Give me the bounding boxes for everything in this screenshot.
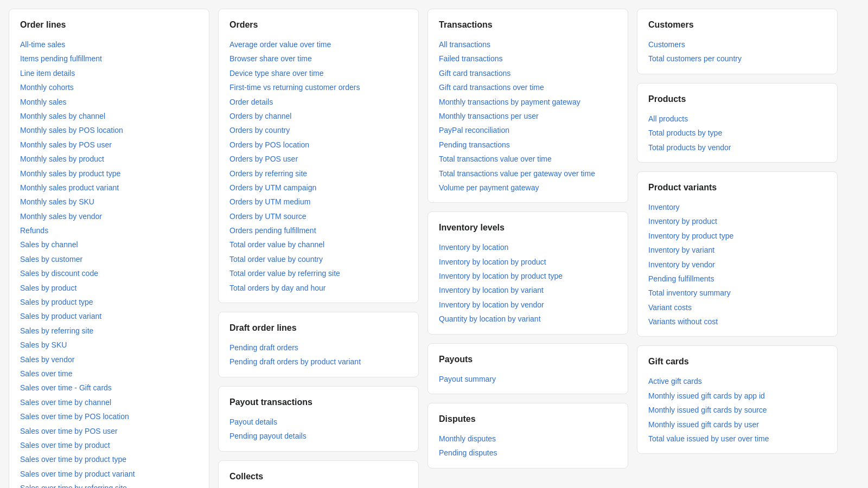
link-item[interactable]: Monthly sales by product type	[20, 168, 198, 179]
link-item[interactable]: Total customers per country	[648, 53, 826, 65]
link-item[interactable]: Sales by channel	[20, 239, 198, 251]
card-gift-cards: Gift cardsActive gift cardsMonthly issue…	[637, 345, 838, 454]
link-item[interactable]: Monthly issued gift cards by source	[648, 404, 826, 416]
link-item[interactable]: Payout summary	[439, 373, 617, 385]
card-title-payout-transactions: Payout transactions	[229, 397, 407, 407]
link-item[interactable]: Volume per payment gateway	[439, 182, 617, 194]
link-item[interactable]: Monthly sales by SKU	[20, 196, 198, 208]
link-item[interactable]: Monthly sales	[20, 96, 198, 108]
link-item[interactable]: Monthly sales product variant	[20, 182, 198, 194]
link-item[interactable]: Pending disputes	[439, 447, 617, 459]
link-item[interactable]: Total products by type	[648, 127, 826, 139]
link-item[interactable]: All transactions	[439, 38, 617, 50]
link-item[interactable]: Sales by SKU	[20, 339, 198, 351]
column-col3: TransactionsAll transactionsFailed trans…	[427, 9, 628, 488]
link-item[interactable]: Total transactions value over time	[439, 153, 617, 165]
link-item[interactable]: Sales by product variant	[20, 310, 198, 322]
link-item[interactable]: Monthly transactions per user	[439, 110, 617, 122]
link-item[interactable]: Monthly transactions by payment gateway	[439, 96, 617, 108]
link-item[interactable]: Variant costs	[648, 301, 826, 313]
link-item[interactable]: Sales over time by POS location	[20, 410, 198, 422]
link-item[interactable]: Refunds	[20, 224, 198, 236]
link-item[interactable]: Inventory by vendor	[648, 259, 826, 271]
link-item[interactable]: Monthly sales by vendor	[20, 210, 198, 222]
link-item[interactable]: Payout details	[229, 416, 407, 428]
link-item[interactable]: Pending payout details	[229, 430, 407, 442]
card-collects: Collects	[218, 460, 419, 488]
link-item[interactable]: Monthly issued gift cards by user	[648, 419, 826, 431]
card-title-product-variants: Product variants	[648, 183, 826, 192]
link-item[interactable]: Orders pending fulfillment	[229, 224, 407, 236]
link-item[interactable]: Sales by product type	[20, 296, 198, 308]
link-item[interactable]: Orders by UTM campaign	[229, 182, 407, 194]
link-item[interactable]: PayPal reconciliation	[439, 124, 617, 136]
link-item[interactable]: Total order value by channel	[229, 239, 407, 251]
link-item[interactable]: Inventory by product type	[648, 230, 826, 242]
link-item[interactable]: Total inventory summary	[648, 287, 826, 299]
link-item[interactable]: Line item details	[20, 67, 198, 79]
link-item[interactable]: Monthly cohorts	[20, 81, 198, 93]
link-item[interactable]: Pending draft orders by product variant	[229, 356, 407, 368]
link-item[interactable]: Inventory by product	[648, 215, 826, 227]
link-item[interactable]: Items pending fulfillment	[20, 53, 198, 65]
link-item[interactable]: Sales over time	[20, 368, 198, 380]
link-item[interactable]: Sales over time by channel	[20, 396, 198, 408]
link-item[interactable]: Browser share over time	[229, 53, 407, 65]
link-item[interactable]: Failed transactions	[439, 53, 617, 65]
link-item[interactable]: Monthly sales by product	[20, 153, 198, 165]
link-item[interactable]: Total order value by referring site	[229, 267, 407, 279]
link-item[interactable]: Total transactions value per gateway ove…	[439, 168, 617, 179]
link-item[interactable]: Inventory by location by product	[439, 256, 617, 268]
link-item[interactable]: Total orders by day and hour	[229, 282, 407, 294]
link-item[interactable]: Sales over time by product variant	[20, 468, 198, 480]
link-item[interactable]: Inventory by location by variant	[439, 284, 617, 296]
link-item[interactable]: Device type share over time	[229, 67, 407, 79]
link-item[interactable]: Sales over time - Gift cards	[20, 382, 198, 394]
link-item[interactable]: Monthly issued gift cards by app id	[648, 390, 826, 402]
link-item[interactable]: Orders by POS location	[229, 139, 407, 151]
link-item[interactable]: All products	[648, 113, 826, 125]
link-item[interactable]: Customers	[648, 38, 826, 50]
link-item[interactable]: Pending fulfillments	[648, 273, 826, 285]
link-item[interactable]: Pending transactions	[439, 139, 617, 151]
link-item[interactable]: Inventory by variant	[648, 244, 826, 256]
link-item[interactable]: Active gift cards	[648, 375, 826, 387]
link-item[interactable]: Inventory by location by product type	[439, 270, 617, 282]
card-product-variants: Product variantsInventoryInventory by pr…	[637, 171, 838, 337]
link-item[interactable]: First-time vs returning customer orders	[229, 81, 407, 93]
link-item[interactable]: Orders by referring site	[229, 168, 407, 179]
link-item[interactable]: Orders by channel	[229, 110, 407, 122]
link-item[interactable]: Sales by referring site	[20, 325, 198, 337]
link-item[interactable]: Inventory	[648, 201, 826, 213]
link-item[interactable]: All-time sales	[20, 38, 198, 50]
link-item[interactable]: Monthly sales by POS location	[20, 124, 198, 136]
link-item[interactable]: Total products by vendor	[648, 142, 826, 153]
link-item[interactable]: Inventory by location by vendor	[439, 299, 617, 311]
link-item[interactable]: Sales over time by product	[20, 439, 198, 451]
link-list-disputes: Monthly disputesPending disputes	[439, 433, 617, 459]
link-item[interactable]: Sales by discount code	[20, 267, 198, 279]
link-item[interactable]: Orders by country	[229, 124, 407, 136]
link-item[interactable]: Orders by UTM medium	[229, 196, 407, 208]
link-item[interactable]: Inventory by location	[439, 241, 617, 253]
link-item[interactable]: Total order value by country	[229, 253, 407, 265]
link-item[interactable]: Sales by vendor	[20, 354, 198, 365]
link-item[interactable]: Order details	[229, 96, 407, 108]
link-item[interactable]: Sales by customer	[20, 253, 198, 265]
link-item[interactable]: Pending draft orders	[229, 342, 407, 354]
link-item[interactable]: Sales over time by referring site	[20, 482, 198, 488]
link-item[interactable]: Sales over time by product type	[20, 453, 198, 465]
link-item[interactable]: Monthly sales by POS user	[20, 139, 198, 151]
link-item[interactable]: Average order value over time	[229, 38, 407, 50]
link-item[interactable]: Orders by POS user	[229, 153, 407, 165]
link-item[interactable]: Sales over time by POS user	[20, 425, 198, 437]
link-item[interactable]: Quantity by location by variant	[439, 313, 617, 325]
link-item[interactable]: Monthly disputes	[439, 433, 617, 445]
link-item[interactable]: Orders by UTM source	[229, 210, 407, 222]
link-item[interactable]: Monthly sales by channel	[20, 110, 198, 122]
link-item[interactable]: Gift card transactions over time	[439, 81, 617, 93]
link-item[interactable]: Gift card transactions	[439, 67, 617, 79]
link-item[interactable]: Total value issued by user over time	[648, 433, 826, 445]
link-item[interactable]: Variants without cost	[648, 316, 826, 328]
link-item[interactable]: Sales by product	[20, 282, 198, 294]
